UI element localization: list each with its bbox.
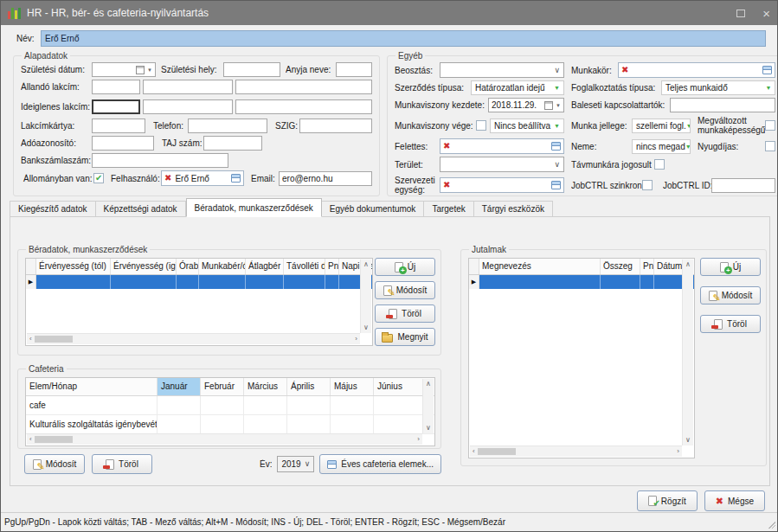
org-unit-lookup-field[interactable]: ✖ bbox=[440, 177, 564, 193]
address-card-input[interactable] bbox=[92, 119, 145, 133]
position-combo[interactable]: ∨ bbox=[440, 62, 564, 78]
table-row[interactable]: ▶ bbox=[469, 275, 694, 289]
gender-combo[interactable]: nincs megad▼ bbox=[632, 139, 691, 154]
email-input[interactable]: ero@erno.hu bbox=[279, 171, 372, 186]
dropdown-icon[interactable]: ▼ bbox=[556, 103, 561, 108]
column-header[interactable]: Április bbox=[287, 378, 331, 395]
mother-name-input[interactable] bbox=[336, 62, 372, 77]
column-header[interactable]: Március bbox=[244, 378, 287, 395]
year-select[interactable]: 2019∨ bbox=[277, 456, 314, 472]
job-role-lookup-field[interactable]: ✖ bbox=[618, 62, 775, 78]
scroll-left-icon[interactable]: ‹ bbox=[473, 448, 475, 455]
jutalmak-grid[interactable]: Megnevezés Összeg Pn. Dátum ▶ ∧ ∨ ‹ bbox=[468, 258, 695, 458]
delete-button[interactable]: Töröl bbox=[700, 315, 761, 333]
scroll-down-icon[interactable]: ∨ bbox=[685, 437, 691, 444]
table-row[interactable]: cafe bbox=[26, 396, 434, 415]
user-lookup-field[interactable]: ✖ Erő Ernő bbox=[161, 170, 244, 186]
open-button[interactable]: Megnyit bbox=[375, 328, 435, 346]
tab-egyeb-dokumentumok[interactable]: Egyéb dokumentumok bbox=[322, 201, 425, 217]
scrollbar-thumb[interactable] bbox=[478, 448, 516, 455]
new-button[interactable]: Új bbox=[700, 258, 761, 276]
scroll-right-icon[interactable]: › bbox=[677, 448, 679, 455]
column-header[interactable]: Érvényesség (tól) bbox=[36, 259, 111, 274]
beradatok-grid[interactable]: Érvényesség (tól) Érvényesség (ig) Órabé… bbox=[25, 258, 373, 346]
scroll-up-icon[interactable]: ∧ bbox=[426, 381, 431, 388]
scrollbar-thumb[interactable] bbox=[35, 336, 73, 343]
szig-input[interactable] bbox=[299, 119, 372, 133]
column-header-january[interactable]: Január bbox=[158, 378, 201, 395]
lookup-window-icon[interactable] bbox=[231, 174, 241, 183]
name-input[interactable]: Erő Ernő bbox=[41, 30, 766, 47]
permanent-address-zip-input[interactable] bbox=[92, 80, 140, 94]
column-header[interactable]: Munkabér/ór bbox=[199, 259, 246, 274]
beradatok-grid-header[interactable]: Érvényesség (tól) Érvényesség (ig) Órabé… bbox=[26, 259, 372, 275]
cafeteria-grid[interactable]: Elem/Hónap Január Február Március Áprili… bbox=[25, 377, 435, 446]
tab-targyi-eszkozok[interactable]: Tárgyi eszközök bbox=[474, 201, 553, 217]
maximize-button[interactable] bbox=[733, 6, 749, 20]
vertical-scrollbar[interactable]: ∧ ∨ bbox=[360, 260, 371, 333]
modify-button[interactable]: Módosít bbox=[375, 281, 435, 299]
horizontal-scrollbar[interactable]: ‹ › bbox=[470, 445, 682, 457]
taj-input[interactable] bbox=[203, 136, 262, 151]
horizontal-scrollbar[interactable]: ‹ › bbox=[27, 333, 360, 344]
column-header[interactable]: Május bbox=[331, 378, 374, 395]
contract-type-combo[interactable]: Határozatlan idejű▼ bbox=[471, 80, 564, 95]
lookup-window-icon[interactable] bbox=[551, 181, 561, 189]
horizontal-scrollbar[interactable]: ‹ › bbox=[27, 433, 422, 445]
tax-id-input[interactable] bbox=[92, 136, 154, 151]
resize-grip[interactable] bbox=[768, 521, 775, 529]
phone-input[interactable] bbox=[188, 119, 267, 133]
in-staff-checkbox[interactable] bbox=[93, 173, 104, 183]
retired-checkbox[interactable] bbox=[765, 141, 775, 151]
column-header[interactable]: Összeg bbox=[601, 259, 640, 274]
birth-date-input[interactable]: ▼ bbox=[92, 62, 156, 77]
cancel-button[interactable]: ✖Mégse bbox=[704, 490, 765, 511]
remote-work-checkbox[interactable] bbox=[654, 159, 665, 170]
jobctrl-id-input[interactable] bbox=[711, 178, 775, 193]
bank-account-input[interactable] bbox=[92, 153, 228, 168]
new-button[interactable]: Új bbox=[375, 258, 435, 276]
employment-end-combo[interactable]: Nincs beállítva▼ bbox=[490, 119, 564, 133]
tab-kiegeszito-adatok[interactable]: Kiegészítő adatok bbox=[10, 201, 96, 217]
delete-button[interactable]: Töröl bbox=[375, 304, 435, 323]
column-header[interactable]: Elem/Hónap bbox=[26, 378, 158, 395]
vertical-scrollbar[interactable]: ∧ ∨ bbox=[422, 379, 434, 433]
scrollbar-thumb[interactable] bbox=[35, 436, 73, 443]
lookup-window-icon[interactable] bbox=[551, 142, 561, 151]
reduced-capacity-checkbox[interactable] bbox=[765, 120, 775, 131]
scroll-left-icon[interactable]: ‹ bbox=[29, 436, 32, 443]
work-nature-combo[interactable]: szellemi fogl.▼ bbox=[632, 119, 691, 133]
column-header[interactable]: Pn. bbox=[325, 259, 339, 274]
column-header[interactable]: Érvényesség (ig) bbox=[111, 259, 177, 274]
tab-targetek[interactable]: Targetek bbox=[424, 201, 473, 217]
column-header[interactable]: Órabé bbox=[177, 259, 199, 274]
dropdown-icon[interactable]: ▼ bbox=[147, 67, 152, 73]
table-row[interactable]: ▶ bbox=[26, 275, 372, 289]
jobctrl-sync-checkbox[interactable] bbox=[642, 180, 653, 190]
supervisor-lookup-field[interactable]: ✖ bbox=[440, 138, 564, 154]
scroll-left-icon[interactable]: ‹ bbox=[29, 336, 32, 343]
vertical-scrollbar[interactable]: ∧ ∨ bbox=[682, 260, 693, 445]
scroll-up-icon[interactable]: ∧ bbox=[363, 261, 369, 268]
column-header[interactable]: Átlagbér bbox=[246, 259, 284, 274]
scroll-right-icon[interactable]: › bbox=[355, 336, 357, 343]
column-header[interactable]: Február bbox=[201, 378, 244, 395]
delete-button[interactable]: Töröl bbox=[92, 454, 152, 474]
temporary-address-street-input[interactable] bbox=[235, 99, 372, 114]
area-combo[interactable]: ∨ bbox=[440, 157, 564, 172]
titlebar[interactable]: HR - HR, bér- és cafeteria-nyilvántartás… bbox=[1, 1, 777, 25]
cafeteria-grid-header[interactable]: Elem/Hónap Január Február Március Áprili… bbox=[26, 378, 434, 396]
employment-type-combo[interactable]: Teljes munkaidő▼ bbox=[661, 80, 775, 95]
temporary-address-city-input[interactable] bbox=[143, 99, 233, 114]
scroll-right-icon[interactable]: › bbox=[417, 436, 420, 443]
scroll-up-icon[interactable]: ∧ bbox=[685, 261, 691, 268]
save-button[interactable]: Rögzít bbox=[637, 490, 698, 511]
scroll-down-icon[interactable]: ∨ bbox=[426, 425, 431, 432]
close-button[interactable]: × bbox=[762, 7, 770, 20]
lookup-window-icon[interactable] bbox=[762, 66, 772, 74]
jutalmak-grid-header[interactable]: Megnevezés Összeg Pn. Dátum bbox=[469, 259, 694, 275]
tab-beradatok[interactable]: Béradatok, munkaszerződések bbox=[186, 198, 322, 217]
employment-end-checkbox[interactable] bbox=[476, 120, 486, 131]
scroll-down-icon[interactable]: ∨ bbox=[363, 324, 369, 331]
table-row[interactable]: Kulturális szolgáltatás igénybevételére … bbox=[26, 415, 434, 434]
